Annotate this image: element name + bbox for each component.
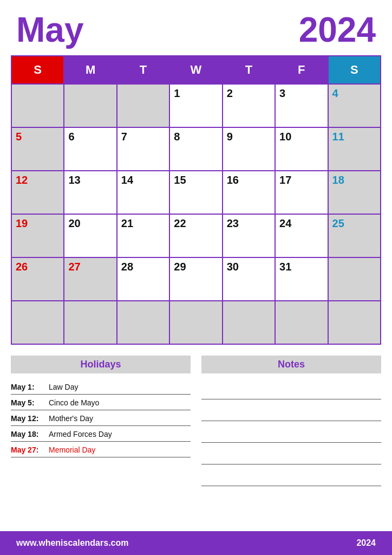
- notes-column: Notes: [201, 356, 381, 487]
- holiday-name-4: Armed Forces Day: [49, 430, 112, 438]
- day-19: 19: [11, 214, 64, 257]
- day-18: 18: [328, 171, 381, 214]
- notes-line-3: [201, 422, 381, 443]
- day-12: 12: [11, 171, 64, 214]
- day-17: 17: [275, 171, 328, 214]
- day-7: 7: [117, 127, 169, 171]
- day-29: 29: [169, 257, 222, 301]
- day-15: 15: [169, 171, 222, 214]
- day-10: 10: [275, 127, 328, 171]
- col-header-fri: F: [275, 56, 328, 84]
- day-empty-w6-5: [223, 301, 275, 344]
- day-16: 16: [223, 171, 275, 214]
- calendar-week-6: [11, 301, 381, 344]
- header: May 2024: [0, 0, 392, 55]
- col-header-sat: S: [328, 56, 381, 84]
- holiday-item-3: May 12: Mother's Day: [11, 410, 191, 426]
- day-30: 30: [223, 257, 275, 301]
- footer-url: www.wheniscalendars.com: [16, 538, 128, 548]
- col-header-tue: T: [117, 56, 169, 84]
- holiday-date-1: May 1:: [11, 383, 49, 391]
- day-empty-w6-2: [64, 301, 116, 344]
- day-empty-1: [11, 84, 64, 127]
- calendar-week-5: 26 27 28 29 30 31: [11, 257, 381, 301]
- day-14: 14: [117, 171, 169, 214]
- calendar-week-2: 5 6 7 8 9 10 11: [11, 127, 381, 171]
- notes-line-2: [201, 401, 381, 421]
- day-empty-3: [117, 84, 169, 127]
- holiday-item-5: May 27: Memorial Day: [11, 442, 191, 457]
- bottom-section: Holidays May 1: Law Day May 5: Cinco de …: [0, 345, 392, 493]
- notes-line-4: [201, 444, 381, 464]
- col-header-wed: W: [169, 56, 222, 84]
- holiday-item-1: May 1: Law Day: [11, 379, 191, 395]
- day-20: 20: [64, 214, 116, 257]
- day-4: 4: [328, 84, 381, 127]
- day-5: 5: [11, 127, 64, 171]
- holiday-date-5: May 27:: [11, 446, 49, 454]
- col-header-mon: M: [64, 56, 116, 84]
- holiday-name-2: Cinco de Mayo: [49, 398, 99, 407]
- day-6: 6: [64, 127, 116, 171]
- day-empty-w6-4: [169, 301, 222, 344]
- day-9: 9: [223, 127, 275, 171]
- day-2: 2: [223, 84, 275, 127]
- day-8: 8: [169, 127, 222, 171]
- footer-year: 2024: [356, 538, 376, 548]
- holidays-column: Holidays May 1: Law Day May 5: Cinco de …: [11, 356, 191, 487]
- day-28: 28: [117, 257, 169, 301]
- day-3: 3: [275, 84, 328, 127]
- footer: www.wheniscalendars.com 2024: [0, 531, 392, 555]
- day-22: 22: [169, 214, 222, 257]
- day-13: 13: [64, 171, 116, 214]
- day-31: 31: [275, 257, 328, 301]
- day-23: 23: [223, 214, 275, 257]
- calendar-week-3: 12 13 14 15 16 17 18: [11, 171, 381, 214]
- day-empty-2: [64, 84, 116, 127]
- day-empty-w6-3: [117, 301, 169, 344]
- col-header-sun: S: [11, 56, 64, 84]
- day-empty-w6-6: [275, 301, 328, 344]
- holidays-title: Holidays: [11, 356, 191, 373]
- day-26: 26: [11, 257, 64, 301]
- holiday-name-1: Law Day: [49, 383, 78, 391]
- day-24: 24: [275, 214, 328, 257]
- calendar-week-1: 1 2 3 4: [11, 84, 381, 127]
- month-title: May: [16, 10, 84, 50]
- col-header-thu: T: [223, 56, 275, 84]
- day-11: 11: [328, 127, 381, 171]
- holiday-date-4: May 18:: [11, 430, 49, 438]
- day-25: 25: [328, 214, 381, 257]
- day-27: 27: [64, 257, 116, 301]
- holiday-name-3: Mother's Day: [49, 414, 93, 423]
- calendar-table: S M T W T F S 1 2 3 4 5 6: [11, 55, 381, 345]
- holiday-name-5: Memorial Day: [49, 446, 95, 454]
- calendar-header-row: S M T W T F S: [11, 56, 381, 84]
- day-1: 1: [169, 84, 222, 127]
- calendar-week-4: 19 20 21 22 23 24 25: [11, 214, 381, 257]
- calendar: S M T W T F S 1 2 3 4 5 6: [0, 55, 392, 345]
- holiday-item-2: May 5: Cinco de Mayo: [11, 395, 191, 410]
- notes-title: Notes: [201, 356, 381, 373]
- day-empty-w6-1: [11, 301, 64, 344]
- year-title: 2024: [299, 10, 376, 50]
- holiday-date-2: May 5:: [11, 398, 49, 407]
- day-21: 21: [117, 214, 169, 257]
- notes-line-1: [201, 379, 381, 399]
- day-empty-end: [328, 257, 381, 301]
- notes-line-5: [201, 466, 381, 486]
- day-empty-w6-7: [328, 301, 381, 344]
- holiday-item-4: May 18: Armed Forces Day: [11, 426, 191, 442]
- holiday-date-3: May 12:: [11, 414, 49, 423]
